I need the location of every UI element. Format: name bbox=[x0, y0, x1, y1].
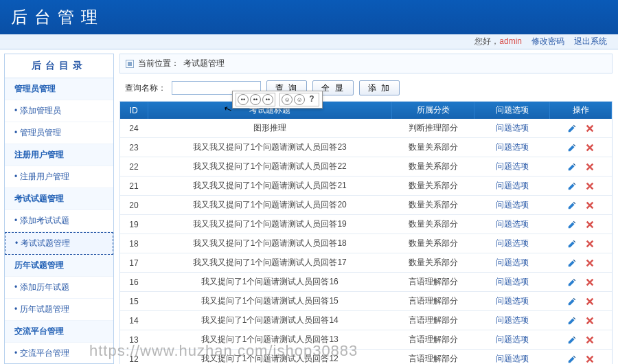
options-link[interactable]: 问题选项 bbox=[496, 123, 529, 133]
help-icon[interactable]: ? bbox=[306, 94, 317, 105]
delete-icon[interactable] bbox=[585, 220, 595, 229]
delete-icon[interactable] bbox=[585, 143, 595, 152]
face-icon[interactable]: ☺ bbox=[282, 94, 293, 105]
options-link[interactable]: 问题选项 bbox=[496, 181, 529, 190]
edit-icon[interactable] bbox=[567, 201, 577, 210]
watermark: https://www.huzhan.com/ishop30883 bbox=[89, 342, 358, 360]
options-link[interactable]: 问题选项 bbox=[496, 277, 529, 286]
table-row: 15我又提问了1个问题请测试人员回答15言语理解部分问题选项 bbox=[120, 292, 612, 311]
delete-icon[interactable] bbox=[585, 335, 595, 345]
delete-icon[interactable] bbox=[585, 201, 595, 210]
delete-icon[interactable] bbox=[585, 258, 595, 268]
sidebar-item[interactable]: 添加历年试题 bbox=[5, 277, 113, 299]
edit-icon[interactable] bbox=[567, 124, 577, 133]
edit-icon[interactable] bbox=[567, 316, 577, 326]
edit-icon[interactable] bbox=[567, 277, 577, 287]
delete-icon[interactable] bbox=[585, 239, 595, 249]
cell-ops bbox=[550, 196, 612, 215]
edit-icon[interactable] bbox=[567, 143, 577, 152]
cell-category: 数量关系部分 bbox=[392, 196, 474, 215]
ime-group-2: ☺ ☺ ? bbox=[279, 93, 319, 106]
options-link[interactable]: 问题选项 bbox=[496, 334, 529, 344]
edit-icon[interactable] bbox=[567, 258, 577, 268]
delete-icon[interactable] bbox=[585, 316, 595, 326]
cell-options: 问题选项 bbox=[474, 119, 550, 138]
edit-icon[interactable] bbox=[567, 162, 577, 172]
cell-category: 言语理解部分 bbox=[392, 330, 474, 350]
cell-id: 15 bbox=[120, 292, 148, 311]
cell-category: 数量关系部分 bbox=[392, 215, 474, 234]
options-link[interactable]: 问题选项 bbox=[496, 161, 529, 171]
cell-title: 我又我又提问了1个问题请测试人员回答20 bbox=[148, 196, 392, 215]
delete-icon[interactable] bbox=[585, 297, 595, 306]
cell-category: 数量关系部分 bbox=[392, 138, 474, 157]
cell-ops bbox=[550, 215, 612, 234]
options-link[interactable]: 问题选项 bbox=[496, 296, 529, 306]
change-password-link[interactable]: 修改密码 bbox=[531, 36, 564, 47]
table-row: 21我又我又提问了1个问题请测试人员回答21数量关系部分问题选项 bbox=[120, 177, 612, 196]
cell-options: 问题选项 bbox=[474, 138, 550, 157]
face-icon[interactable]: •• bbox=[238, 94, 249, 105]
sidebar-item[interactable]: 考试试题管理 bbox=[5, 232, 113, 255]
table-row: 16我又提问了1个问题请测试人员回答16言语理解部分问题选项 bbox=[120, 273, 612, 292]
cell-title: 我又提问了1个问题请测试人员回答14 bbox=[148, 311, 392, 330]
cell-options: 问题选项 bbox=[474, 273, 550, 292]
sidebar-item[interactable]: 添加考试试题 bbox=[5, 210, 113, 232]
edit-icon[interactable] bbox=[567, 297, 577, 306]
delete-icon[interactable] bbox=[585, 181, 595, 191]
cell-id: 20 bbox=[120, 196, 148, 215]
edit-icon[interactable] bbox=[567, 181, 577, 191]
face-icon[interactable]: ☺ bbox=[294, 94, 305, 105]
sidebar-group: 管理员管理 bbox=[5, 78, 113, 100]
add-button[interactable]: 添 加 bbox=[359, 80, 400, 95]
sidebar-item[interactable]: 注册用户管理 bbox=[5, 166, 113, 188]
cell-category: 言语理解部分 bbox=[392, 350, 474, 365]
user-bar: 您好，admin 修改密码 退出系统 bbox=[0, 34, 618, 49]
cell-category: 言语理解部分 bbox=[392, 273, 474, 292]
logout-link[interactable]: 退出系统 bbox=[574, 36, 607, 47]
cell-options: 问题选项 bbox=[474, 196, 550, 215]
sidebar-item[interactable]: 管理员管理 bbox=[5, 122, 113, 144]
face-icon[interactable]: •• bbox=[250, 94, 261, 105]
edit-icon[interactable] bbox=[567, 220, 577, 229]
cell-id: 14 bbox=[120, 311, 148, 330]
cell-ops bbox=[550, 253, 612, 273]
face-icon[interactable]: •• bbox=[262, 94, 273, 105]
cell-category: 数量关系部分 bbox=[392, 177, 474, 196]
options-link[interactable]: 问题选项 bbox=[496, 238, 529, 248]
delete-icon[interactable] bbox=[585, 124, 595, 133]
col-id: ID bbox=[120, 102, 148, 119]
options-link[interactable]: 问题选项 bbox=[496, 219, 529, 229]
cell-category: 数量关系部分 bbox=[392, 157, 474, 177]
edit-icon[interactable] bbox=[567, 335, 577, 345]
cell-title: 我又提问了1个问题请测试人员回答16 bbox=[148, 273, 392, 292]
cell-ops bbox=[550, 177, 612, 196]
cell-options: 问题选项 bbox=[474, 177, 550, 196]
table-row: 14我又提问了1个问题请测试人员回答14言语理解部分问题选项 bbox=[120, 311, 612, 330]
options-link[interactable]: 问题选项 bbox=[496, 258, 529, 267]
grid-scroll[interactable]: ID 考试题标题 所属分类 问题选项 操作 24图形推理判断推理部分问题选项23… bbox=[119, 101, 613, 364]
cell-category: 判断推理部分 bbox=[392, 119, 474, 138]
cell-options: 问题选项 bbox=[474, 330, 550, 350]
delete-icon[interactable] bbox=[585, 277, 595, 287]
cell-category: 言语理解部分 bbox=[392, 311, 474, 330]
table-row: 17我又我又提问了1个问题请测试人员回答17数量关系部分问题选项 bbox=[120, 253, 612, 273]
edit-icon[interactable] bbox=[567, 239, 577, 249]
ime-toolbar[interactable]: •• •• •• ☺ ☺ ? bbox=[232, 91, 323, 109]
options-link[interactable]: 问题选项 bbox=[496, 142, 529, 152]
search-label: 查询名称： bbox=[125, 82, 166, 94]
options-link[interactable]: 问题选项 bbox=[496, 354, 529, 363]
edit-icon[interactable] bbox=[567, 354, 577, 364]
cell-ops bbox=[550, 311, 612, 330]
cell-ops bbox=[550, 157, 612, 177]
cell-ops bbox=[550, 234, 612, 253]
delete-icon[interactable] bbox=[585, 162, 595, 172]
cell-title: 我又我又提问了1个问题请测试人员回答23 bbox=[148, 138, 392, 157]
sidebar-item[interactable]: 历年试题管理 bbox=[5, 299, 113, 321]
cell-category: 言语理解部分 bbox=[392, 292, 474, 311]
cell-title: 我又我又提问了1个问题请测试人员回答19 bbox=[148, 215, 392, 234]
sidebar-item[interactable]: 添加管理员 bbox=[5, 100, 113, 122]
options-link[interactable]: 问题选项 bbox=[496, 200, 529, 209]
options-link[interactable]: 问题选项 bbox=[496, 315, 529, 325]
delete-icon[interactable] bbox=[585, 354, 595, 364]
